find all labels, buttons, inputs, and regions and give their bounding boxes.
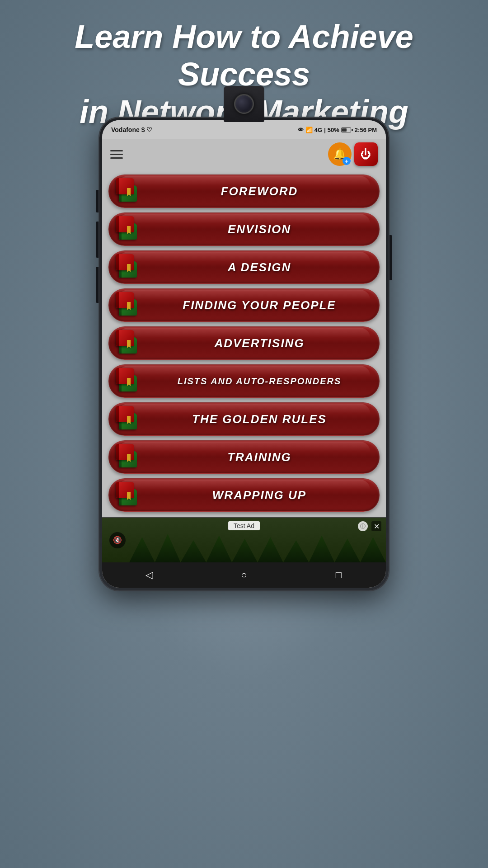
menu-item-finding-your-people[interactable]: FINDING YOUR PEOPLE <box>108 288 380 322</box>
hamburger-line-2 <box>110 154 123 155</box>
book-icon <box>116 254 142 280</box>
phone-device: Vodafone $ ♡ 👁 📶 4G | 50% 2:56 PM <box>99 118 389 590</box>
menu-item-envision[interactable]: ENVISION <box>108 212 380 246</box>
book-icon <box>116 482 142 508</box>
book-icon <box>116 368 142 394</box>
bell-plus-badge: + <box>343 157 351 165</box>
home-icon: ○ <box>241 569 247 581</box>
camera-lens <box>234 94 254 114</box>
info-icon: ⓘ <box>360 523 366 530</box>
menu-label-foreword: FOREWORD <box>147 184 372 198</box>
nav-recents-button[interactable]: □ <box>327 564 350 586</box>
phone-frame: Vodafone $ ♡ 👁 📶 4G | 50% 2:56 PM <box>99 118 389 590</box>
book-front <box>116 292 134 308</box>
book-icon <box>116 292 142 318</box>
menu-label-envision: ENVISION <box>147 222 372 236</box>
menu-label-advertising: ADVERTISING <box>147 336 372 350</box>
phone-screen: Vodafone $ ♡ 👁 📶 4G | 50% 2:56 PM <box>102 120 386 588</box>
menu-label-wrapping-up: WRAPPING UP <box>147 488 372 502</box>
side-button-volume-down <box>96 222 99 258</box>
book-icon <box>116 330 142 356</box>
book-front <box>116 254 134 270</box>
menu-item-foreword[interactable]: FOREWORD <box>108 175 380 208</box>
book-icon <box>116 406 142 432</box>
book-icon <box>116 444 142 470</box>
status-bar: Vodafone $ ♡ 👁 📶 4G | 50% 2:56 PM <box>102 120 386 139</box>
menu-label-the-golden-rules: ThE GOLDEN RULES <box>147 412 372 426</box>
menu-label-finding-your-people: FINDING YOUR PEOPLE <box>147 298 372 312</box>
menu-list: FOREWORD ENVISION <box>102 169 386 517</box>
nav-home-button[interactable]: ○ <box>233 564 255 586</box>
menu-label-lists-auto-responders: LISTS AND AUTO-RESPONDERS <box>147 376 372 387</box>
book-front <box>116 406 134 422</box>
book-icon <box>116 178 142 204</box>
side-button-volume-up <box>96 190 99 212</box>
book-front <box>116 330 134 346</box>
ad-banner: 🔇 Test Ad ⓘ ✕ <box>102 517 386 562</box>
menu-item-lists-auto-responders[interactable]: LISTS AND AUTO-RESPONDERS <box>108 364 380 398</box>
book-icon <box>116 216 142 242</box>
notification-bell-button[interactable]: 🔔 + <box>328 142 352 166</box>
power-button[interactable]: ⏻ <box>354 142 378 166</box>
battery-icon <box>341 127 353 132</box>
camera-bump <box>224 86 264 122</box>
menu-label-a-design: A DESIGN <box>147 260 372 274</box>
power-icon: ⏻ <box>361 148 371 160</box>
menu-label-training: TRAINING <box>147 450 372 464</box>
hamburger-line-3 <box>110 157 123 159</box>
book-front <box>116 444 134 460</box>
hamburger-menu-button[interactable] <box>110 150 123 159</box>
book-front <box>116 368 134 384</box>
status-carrier: Vodafone $ ♡ <box>111 126 152 133</box>
menu-item-training[interactable]: TRAINING <box>108 440 380 474</box>
nav-back-button[interactable]: ◁ <box>138 564 161 586</box>
book-front <box>116 178 134 194</box>
ad-close-button[interactable]: ✕ <box>371 521 381 531</box>
ad-label: Test Ad <box>228 521 260 530</box>
side-button-mute <box>96 267 99 303</box>
status-right: 👁 📶 4G | 50% 2:56 PM <box>298 127 377 133</box>
recents-icon: □ <box>336 569 342 581</box>
mute-icon: 🔇 <box>113 536 122 544</box>
ad-mute-button[interactable]: 🔇 <box>109 532 126 548</box>
header-action-icons: 🔔 + ⏻ <box>328 142 378 166</box>
menu-item-the-golden-rules[interactable]: ThE GOLDEN RULES <box>108 402 380 436</box>
close-icon: ✕ <box>374 522 380 531</box>
app-header: 🔔 + ⏻ <box>102 139 386 169</box>
ad-info-button[interactable]: ⓘ <box>358 521 368 531</box>
menu-item-wrapping-up[interactable]: WRAPPING UP <box>108 478 380 512</box>
book-front <box>116 216 134 232</box>
hamburger-line-1 <box>110 150 123 151</box>
menu-item-a-design[interactable]: A DESIGN <box>108 250 380 284</box>
menu-item-advertising[interactable]: ADVERTISING <box>108 326 380 360</box>
back-icon: ◁ <box>145 569 153 581</box>
side-button-power <box>389 235 392 280</box>
book-front <box>116 482 134 498</box>
bottom-nav-bar: ◁ ○ □ <box>102 562 386 588</box>
